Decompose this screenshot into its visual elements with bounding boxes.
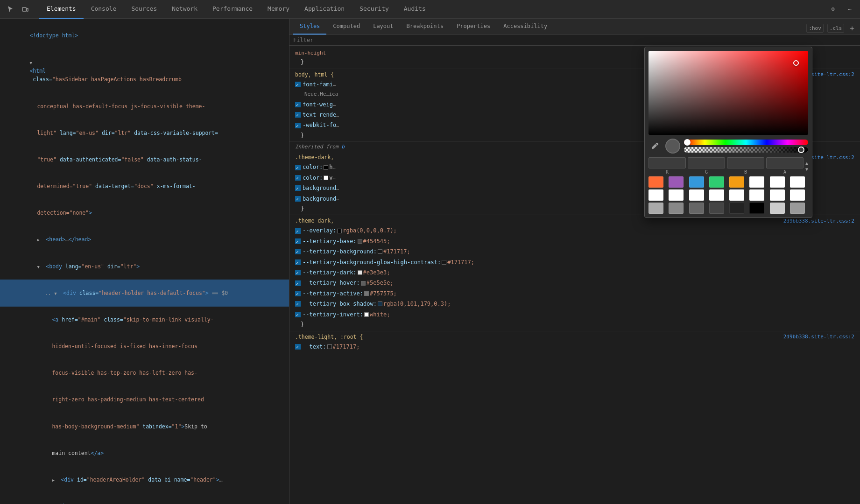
alpha-handle[interactable] xyxy=(798,147,804,153)
css-checkbox[interactable] xyxy=(295,301,301,307)
css-checkbox[interactable] xyxy=(295,249,301,254)
css-checkbox[interactable] xyxy=(295,270,301,275)
css-checkbox[interactable] xyxy=(295,175,301,181)
swatch-white11[interactable] xyxy=(790,189,805,201)
color-swatch[interactable] xyxy=(378,301,382,306)
css-checkbox[interactable] xyxy=(295,112,301,118)
g-input[interactable]: 0 xyxy=(688,157,725,168)
tab-application[interactable]: Application xyxy=(297,0,352,19)
swatch-gray4[interactable] xyxy=(709,203,724,214)
css-checkbox[interactable] xyxy=(295,238,301,244)
rgba-arrows: ▲ ▼ xyxy=(805,161,808,172)
html-line-highlighted[interactable]: .. <div class="header-holder has-default… xyxy=(0,280,289,306)
color-swatch[interactable] xyxy=(327,344,332,349)
device-icon[interactable] xyxy=(19,3,32,16)
b-input-group: 0 B xyxy=(727,157,764,175)
hue-slider[interactable] xyxy=(684,140,808,145)
swatch-white7[interactable] xyxy=(709,189,724,201)
cls-button[interactable]: .cls xyxy=(827,24,845,33)
swatch-white8[interactable] xyxy=(729,189,744,201)
source-link[interactable]: 2d9bb338.site-ltr.css:2 xyxy=(783,334,854,340)
color-swatch[interactable] xyxy=(324,165,328,170)
tab-security[interactable]: Security xyxy=(352,0,396,19)
color-swatch-overlay[interactable] xyxy=(337,229,342,233)
color-swatch[interactable] xyxy=(442,260,446,265)
color-swatch[interactable] xyxy=(324,175,328,180)
swatch-white5[interactable] xyxy=(669,189,684,201)
a-input[interactable]: 0.7 xyxy=(766,157,804,168)
cursor-icon[interactable] xyxy=(4,3,17,16)
tab-styles[interactable]: Styles xyxy=(293,19,326,35)
swatch-blue[interactable] xyxy=(689,176,704,188)
swatch-gray1[interactable] xyxy=(649,203,663,214)
filter-input[interactable] xyxy=(293,37,387,43)
color-swatch[interactable] xyxy=(361,281,366,286)
tab-console[interactable]: Console xyxy=(84,0,124,19)
swatch-orange[interactable] xyxy=(649,176,663,188)
html-line: main content</a> xyxy=(0,440,289,466)
swatch-black[interactable] xyxy=(749,203,764,214)
tab-performance[interactable]: Performance xyxy=(205,0,260,19)
main-content: <!doctype html> <html class="hasSidebar … xyxy=(0,19,860,504)
css-checkbox[interactable] xyxy=(295,82,301,87)
swatch-green[interactable] xyxy=(709,176,724,188)
swatch-gray5[interactable] xyxy=(729,203,744,214)
color-swatch[interactable] xyxy=(358,270,362,275)
swatch-white9[interactable] xyxy=(749,189,764,201)
css-checkbox[interactable] xyxy=(295,280,301,286)
css-checkbox[interactable] xyxy=(295,165,301,170)
color-swatch[interactable] xyxy=(364,312,369,317)
css-checkbox[interactable] xyxy=(295,185,301,191)
swatch-gray6[interactable] xyxy=(770,203,785,214)
hov-button[interactable]: :hov xyxy=(806,24,824,33)
r-input[interactable]: 0 xyxy=(649,157,686,168)
color-swatch-tertiary-bg[interactable] xyxy=(378,249,382,254)
swatch-white4[interactable] xyxy=(649,189,663,201)
tab-sources[interactable]: Sources xyxy=(124,0,164,19)
tab-layout[interactable]: Layout xyxy=(367,19,400,35)
tab-elements[interactable]: Elements xyxy=(39,0,84,19)
color-swatch[interactable] xyxy=(364,291,369,296)
css-checkbox[interactable] xyxy=(295,344,301,350)
swatch-white6[interactable] xyxy=(689,189,704,201)
css-checkbox[interactable] xyxy=(295,259,301,265)
add-style-button[interactable]: + xyxy=(848,24,856,33)
more-icon[interactable]: ⋯ xyxy=(843,3,856,16)
svg-rect-1 xyxy=(27,8,28,11)
tab-memory[interactable]: Memory xyxy=(260,0,297,19)
css-checkbox[interactable] xyxy=(295,102,301,107)
tab-audits[interactable]: Audits xyxy=(396,0,433,19)
swatch-white1[interactable] xyxy=(749,176,764,188)
tab-network[interactable]: Network xyxy=(164,0,205,19)
tab-accessibility[interactable]: Accessibility xyxy=(497,19,554,35)
css-section-theme-light: .theme-light, :root { 2d9bb338.site-ltr.… xyxy=(289,331,860,353)
color-picker-handle[interactable] xyxy=(793,60,799,66)
swatch-white2[interactable] xyxy=(770,176,785,188)
css-checkbox[interactable] xyxy=(295,291,301,296)
swatch-gray7[interactable] xyxy=(790,203,805,214)
swatch-gray2[interactable] xyxy=(669,203,684,214)
html-tree-panel[interactable]: <!doctype html> <html class="hasSidebar … xyxy=(0,19,289,504)
color-swatch-tertiary-base[interactable] xyxy=(358,239,362,244)
css-checkbox[interactable] xyxy=(295,123,301,128)
source-link[interactable]: 2d9bb338.site-ltr.css:2 xyxy=(783,218,854,224)
css-checkbox[interactable] xyxy=(295,228,301,234)
tab-breakpoints[interactable]: Breakpoints xyxy=(400,19,450,35)
swatch-purple[interactable] xyxy=(669,176,684,188)
hue-handle[interactable] xyxy=(684,139,691,146)
color-gradient[interactable] xyxy=(649,51,808,135)
swatch-yellow[interactable] xyxy=(729,176,744,188)
swatch-white10[interactable] xyxy=(770,189,785,201)
css-checkbox[interactable] xyxy=(295,312,301,317)
alpha-slider[interactable] xyxy=(684,147,808,153)
swatch-gray3[interactable] xyxy=(689,203,704,214)
arrow-up[interactable]: ▲ xyxy=(805,161,808,166)
css-checkbox[interactable] xyxy=(295,196,301,202)
emoji-icon[interactable]: ☺ xyxy=(826,3,839,16)
b-input[interactable]: 0 xyxy=(727,157,764,168)
arrow-down[interactable]: ▼ xyxy=(805,167,808,172)
tab-computed[interactable]: Computed xyxy=(326,19,367,35)
swatch-white3[interactable] xyxy=(790,176,805,188)
tab-properties[interactable]: Properties xyxy=(450,19,497,35)
eyedropper-button[interactable] xyxy=(649,140,662,153)
